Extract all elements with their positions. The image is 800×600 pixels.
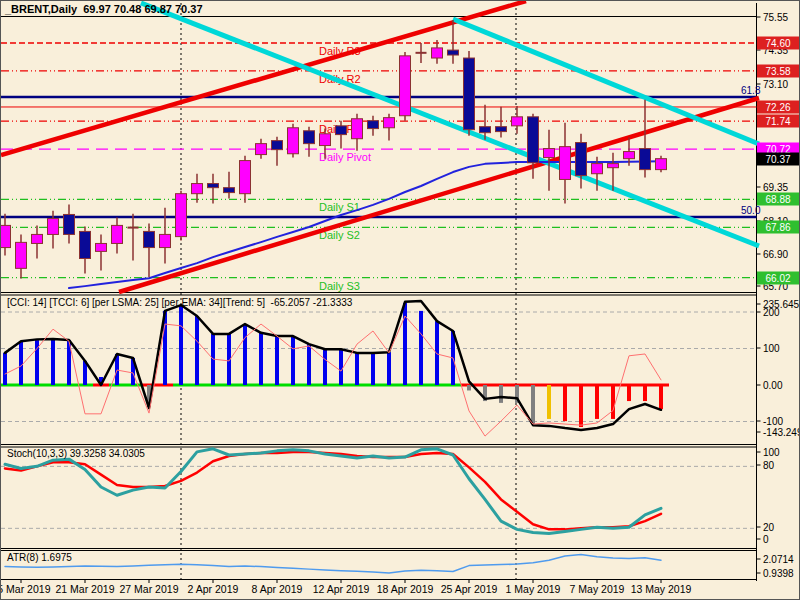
svg-text:75.55: 75.55: [763, 12, 788, 23]
svg-text:61.8: 61.8: [741, 85, 761, 96]
svg-text:66.02: 66.02: [765, 273, 790, 284]
svg-text:Daily S3: Daily S3: [319, 280, 360, 292]
mt4-chart-window: Daily R3Daily R2Daily R1Daily PivotDaily…: [0, 0, 800, 600]
cci-indicator-label: [CCI: 14] [TCCI: 6] [per LSMA: 25] [per …: [7, 297, 352, 308]
svg-text:7 May 2019: 7 May 2019: [570, 583, 625, 595]
svg-text:-100: -100: [763, 416, 783, 427]
svg-text:50.0: 50.0: [741, 205, 761, 216]
svg-text:80: 80: [763, 460, 775, 471]
svg-text:-143.249: -143.249: [763, 427, 800, 438]
svg-text:21 Mar 2019: 21 Mar 2019: [56, 583, 115, 595]
svg-text:25 Apr 2019: 25 Apr 2019: [441, 583, 498, 595]
svg-text:73.10: 73.10: [763, 79, 788, 90]
svg-text:0.9398: 0.9398: [763, 568, 794, 579]
svg-text:73.58: 73.58: [765, 66, 790, 77]
svg-text:13 May 2019: 13 May 2019: [631, 583, 692, 595]
svg-text:0: 0: [763, 534, 769, 545]
svg-text:70.37: 70.37: [765, 154, 790, 165]
cci-panel: [1, 301, 669, 436]
svg-text:12 Apr 2019: 12 Apr 2019: [313, 583, 370, 595]
symbol-title: _BRENT,Daily 69.97 70.48 69.87 70.37: [5, 3, 203, 15]
svg-text:0.00: 0.00: [763, 380, 783, 391]
svg-text:67.86: 67.86: [765, 222, 790, 233]
svg-text:100: 100: [763, 343, 780, 354]
atr-indicator-label: ATR(8) 1.6975: [7, 552, 72, 563]
svg-text:27 Mar 2019: 27 Mar 2019: [120, 583, 179, 595]
svg-text:8 Apr 2019: 8 Apr 2019: [252, 583, 303, 595]
stoch-indicator-label: Stoch(10,3,3) 39.3258 34.0305: [7, 448, 145, 459]
svg-text:Daily Pivot: Daily Pivot: [319, 151, 371, 163]
svg-text:66.90: 66.90: [763, 249, 788, 260]
svg-text:2 Apr 2019: 2 Apr 2019: [188, 583, 239, 595]
svg-text:200: 200: [763, 307, 780, 318]
svg-text:74.60: 74.60: [765, 38, 790, 49]
ma-line-blue: [69, 161, 661, 288]
svg-text:72.26: 72.26: [765, 102, 790, 113]
svg-text:20: 20: [763, 522, 775, 533]
svg-text:2.0714: 2.0714: [763, 554, 794, 565]
svg-text:18 Apr 2019: 18 Apr 2019: [377, 583, 434, 595]
svg-text:100: 100: [763, 447, 780, 458]
svg-text:15 Mar 2019: 15 Mar 2019: [1, 583, 51, 595]
price-axis[interactable]: 75.5574.3573.1069.3568.1066.9065.7074.60…: [757, 12, 800, 579]
svg-text:71.74: 71.74: [765, 116, 790, 127]
atr-panel: [5, 555, 661, 573]
stoch-panel: [5, 449, 661, 534]
svg-text:1 May 2019: 1 May 2019: [506, 583, 561, 595]
date-axis[interactable]: 15 Mar 201921 Mar 201927 Mar 20192 Apr 2…: [1, 580, 692, 596]
svg-text:68.88: 68.88: [765, 194, 790, 205]
svg-text:69.35: 69.35: [763, 182, 788, 193]
indicator-gridlines: [1, 312, 757, 528]
